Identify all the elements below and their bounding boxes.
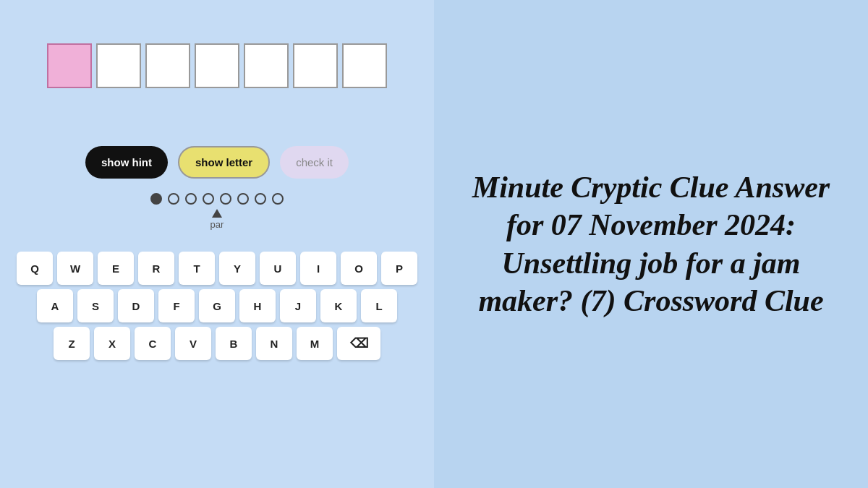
dot-8 [272, 193, 284, 205]
keyboard-row-3: Z X C V B N M ⌫ [54, 327, 380, 360]
key-z[interactable]: Z [54, 327, 90, 360]
show-letter-button[interactable]: show letter [178, 146, 270, 179]
key-p[interactable]: P [381, 252, 417, 285]
letter-box-5 [244, 43, 289, 88]
key-h[interactable]: H [239, 289, 276, 322]
letter-box-3 [145, 43, 190, 88]
key-t[interactable]: T [179, 252, 215, 285]
key-x[interactable]: X [94, 327, 130, 360]
word-boxes [47, 43, 387, 88]
letter-box-2 [96, 43, 141, 88]
key-w[interactable]: W [57, 252, 93, 285]
check-it-button[interactable]: check it [280, 146, 349, 179]
key-l[interactable]: L [361, 289, 397, 322]
letter-box-4 [195, 43, 239, 88]
key-m[interactable]: M [297, 327, 333, 360]
buttons-row: show hint show letter check it [85, 146, 349, 179]
dot-2 [168, 193, 179, 205]
clue-title: Minute Cryptic Clue Answer for 07 Novemb… [463, 168, 839, 320]
key-v[interactable]: V [175, 327, 211, 360]
right-panel: Minute Cryptic Clue Answer for 07 Novemb… [434, 0, 868, 488]
keyboard-row-2: A S D F G H J K L [37, 289, 397, 322]
key-d[interactable]: D [118, 289, 154, 322]
key-k[interactable]: K [320, 289, 357, 322]
key-b[interactable]: B [216, 327, 252, 360]
key-n[interactable]: N [256, 327, 292, 360]
progress-arrow [212, 209, 222, 218]
key-a[interactable]: A [37, 289, 73, 322]
key-q[interactable]: Q [17, 252, 53, 285]
letter-box-7 [342, 43, 387, 88]
key-r[interactable]: R [138, 252, 174, 285]
progress-indicator: par [150, 193, 284, 252]
key-g[interactable]: G [199, 289, 235, 322]
keyboard-row-1: Q W E R T Y U I O P [17, 252, 417, 285]
dot-3 [185, 193, 197, 205]
key-i[interactable]: I [300, 252, 336, 285]
key-j[interactable]: J [280, 289, 316, 322]
key-e[interactable]: E [98, 252, 134, 285]
dot-4 [203, 193, 214, 205]
key-c[interactable]: C [135, 327, 171, 360]
show-hint-button[interactable]: show hint [85, 146, 168, 179]
letter-box-1 [47, 43, 92, 88]
dot-7 [255, 193, 266, 205]
dot-5 [220, 193, 231, 205]
progress-label: par [210, 219, 224, 230]
key-y[interactable]: Y [219, 252, 255, 285]
progress-dots [150, 193, 284, 205]
backspace-key[interactable]: ⌫ [337, 327, 380, 360]
dot-6 [237, 193, 249, 205]
dot-1 [150, 193, 162, 205]
key-u[interactable]: U [260, 252, 296, 285]
key-f[interactable]: F [158, 289, 195, 322]
left-panel: show hint show letter check it par Q W E… [0, 0, 434, 488]
keyboard: Q W E R T Y U I O P A S D F G H J K L Z … [17, 252, 417, 360]
key-o[interactable]: O [341, 252, 377, 285]
key-s[interactable]: S [77, 289, 114, 322]
letter-box-6 [293, 43, 338, 88]
